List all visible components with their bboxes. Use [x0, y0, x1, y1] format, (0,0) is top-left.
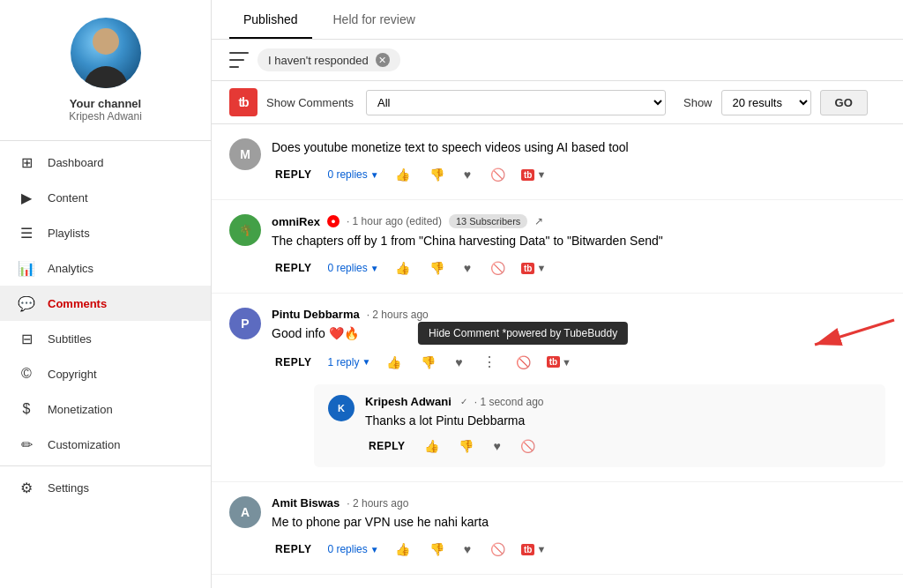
- comment-header-2: omniRex ● · 1 hour ago (edited) 13 Subsc…: [272, 214, 885, 228]
- reply-button-2[interactable]: REPLY: [272, 258, 315, 278]
- tb-action-3[interactable]: tb ▼: [547, 356, 571, 368]
- playlists-icon: ☰: [18, 224, 35, 242]
- filter-bar: I haven't responded ✕: [212, 40, 903, 81]
- reply-like-3[interactable]: [421, 435, 443, 457]
- copyright-label: Copyright: [48, 368, 97, 381]
- reply-content-3: Kripesh Adwani ✓ · 1 second ago Thanks a…: [365, 395, 871, 457]
- comments-area: M Does youtube monetize text to speech v…: [212, 124, 903, 588]
- comment-content-3: Pintu Debbarma · 2 hours ago Good info ❤…: [272, 308, 885, 467]
- replies-count-3[interactable]: 1 reply ▼: [327, 356, 370, 368]
- tb-action-2[interactable]: tb ▼: [521, 263, 546, 274]
- sidebar-item-content[interactable]: ▶ Content: [0, 180, 211, 215]
- reply-time-3: · 1 second ago: [474, 396, 544, 408]
- sidebar-item-copyright[interactable]: © Copyright: [0, 356, 211, 391]
- sidebar-item-analytics[interactable]: 📊 Analytics: [0, 250, 211, 286]
- dislike-button-3[interactable]: [417, 352, 439, 373]
- comment-time-4: · 2 hours ago: [347, 497, 408, 510]
- playlists-label: Playlists: [48, 227, 90, 240]
- show-comments-label: Show Comments: [266, 96, 354, 109]
- sidebar: Your channel Kripesh Adwani ⊞ Dashboard …: [0, 0, 212, 588]
- replies-count-4[interactable]: 0 replies ▼: [327, 543, 378, 555]
- like-button-2[interactable]: [392, 257, 414, 279]
- subtitles-icon: ⊟: [18, 330, 35, 347]
- more-button-3[interactable]: [479, 350, 500, 374]
- filter-chip-close[interactable]: ✕: [376, 53, 390, 67]
- comment-content-1: Does youtube monetize text to speech vid…: [272, 138, 885, 185]
- settings-label: Settings: [48, 481, 89, 495]
- heart-button-4[interactable]: [460, 539, 474, 560]
- sidebar-item-comments[interactable]: 💬 Comments: [0, 286, 211, 321]
- comment-avatar-2: 🌴: [229, 214, 261, 246]
- channel-handle: Kripesh Adwani: [69, 110, 142, 123]
- share-icon-2: ↗: [534, 215, 543, 227]
- like-button-4[interactable]: [392, 539, 414, 560]
- sidebar-item-settings[interactable]: ⚙ Settings: [0, 470, 211, 505]
- comment-text-2: The chapters off by 1 from "China harves…: [272, 232, 885, 250]
- reply-reply-button-3[interactable]: REPLY: [365, 436, 408, 456]
- filter-chip: I haven't responded ✕: [257, 48, 400, 71]
- like-button-1[interactable]: [392, 164, 414, 185]
- sidebar-item-customization[interactable]: ✏ Customization: [0, 427, 211, 462]
- dislike-button-1[interactable]: [426, 164, 448, 185]
- comment-content-2: omniRex ● · 1 hour ago (edited) 13 Subsc…: [272, 214, 885, 279]
- tb-action-4[interactable]: tb ▼: [521, 544, 546, 555]
- hide-button-2[interactable]: 🚫: [487, 257, 509, 279]
- verified-badge-2: ●: [327, 215, 340, 227]
- comment-avatar-4: A: [229, 496, 261, 528]
- hide-button-1[interactable]: 🚫: [487, 164, 509, 185]
- comments-icon: 💬: [18, 294, 35, 312]
- like-button-3[interactable]: [383, 352, 405, 373]
- comment-row-3: P Pintu Debbarma · 2 hours ago Good info…: [229, 308, 885, 467]
- comment-actions-3: REPLY 1 reply ▼ 🚫 Hide Comment *powered …: [272, 350, 885, 374]
- copyright-icon: ©: [18, 365, 35, 383]
- filter-chip-label: I haven't responded: [268, 54, 369, 67]
- content-label: Content: [48, 191, 88, 205]
- content-icon: ▶: [18, 189, 35, 206]
- channel-name: Your channel: [70, 97, 141, 110]
- reply-actions-3: REPLY 🚫: [365, 435, 871, 457]
- reply-block-3: K Kripesh Adwani ✓ · 1 second ago Thanks…: [314, 384, 885, 467]
- replies-count-2[interactable]: 0 replies ▼: [327, 262, 378, 274]
- reply-dislike-3[interactable]: [455, 435, 477, 457]
- comment-actions-4: REPLY 0 replies ▼ 🚫 tb ▼: [272, 539, 885, 560]
- reply-button-1[interactable]: REPLY: [272, 165, 315, 184]
- show-comments-select[interactable]: All Unanswered Questions: [366, 90, 666, 115]
- heart-button-3[interactable]: [452, 352, 466, 373]
- tubebuddy-bar: tb Show Comments All Unanswered Question…: [212, 81, 903, 124]
- analytics-icon: 📊: [18, 259, 35, 277]
- hide-button-3[interactable]: 🚫: [512, 352, 534, 373]
- reply-avatar-3: K: [328, 395, 354, 421]
- reply-text-3: Thanks a lot Pintu Debbarma: [365, 412, 871, 430]
- settings-icon: ⚙: [18, 479, 35, 496]
- tab-held[interactable]: Held for review: [319, 0, 429, 39]
- hide-button-4[interactable]: 🚫: [487, 539, 509, 560]
- monetization-icon: $: [18, 400, 35, 418]
- reply-button-3[interactable]: REPLY: [272, 353, 315, 372]
- reply-verified-3: ✓: [460, 397, 467, 406]
- sidebar-item-monetization[interactable]: $ Monetization: [0, 391, 211, 427]
- filter-icon[interactable]: [229, 52, 249, 68]
- comment-text-3: Good info ❤️🔥: [272, 324, 885, 343]
- reply-hide-3[interactable]: 🚫: [517, 435, 539, 457]
- sidebar-item-dashboard[interactable]: ⊞ Dashboard: [0, 145, 211, 180]
- customization-icon: ✏: [18, 435, 35, 453]
- tab-published[interactable]: Published: [229, 0, 312, 39]
- comment-block-2: 🌴 omniRex ● · 1 hour ago (edited) 13 Sub…: [212, 200, 903, 294]
- dislike-button-4[interactable]: [426, 539, 448, 560]
- sidebar-item-subtitles[interactable]: ⊟ Subtitles: [0, 321, 211, 356]
- comment-author-2: omniRex: [272, 215, 320, 228]
- heart-button-2[interactable]: [460, 257, 474, 279]
- sidebar-item-playlists[interactable]: ☰ Playlists: [0, 215, 211, 250]
- comment-avatar-3: P: [229, 308, 261, 339]
- tb-action-1[interactable]: tb ▼: [521, 169, 546, 181]
- go-button[interactable]: GO: [820, 90, 868, 115]
- comment-block-1: M Does youtube monetize text to speech v…: [212, 124, 903, 200]
- dislike-button-2[interactable]: [426, 257, 448, 279]
- reply-heart-3[interactable]: [489, 435, 504, 457]
- replies-count-1[interactable]: 0 replies ▼: [327, 168, 378, 181]
- heart-button-1[interactable]: [460, 164, 474, 185]
- results-select[interactable]: 20 results 50 results 100 results: [721, 90, 811, 115]
- reply-button-4[interactable]: REPLY: [272, 540, 315, 559]
- comment-author-4: Amit Biswas: [272, 496, 340, 510]
- comment-actions-1: REPLY 0 replies ▼ 🚫 tb ▼: [272, 164, 885, 185]
